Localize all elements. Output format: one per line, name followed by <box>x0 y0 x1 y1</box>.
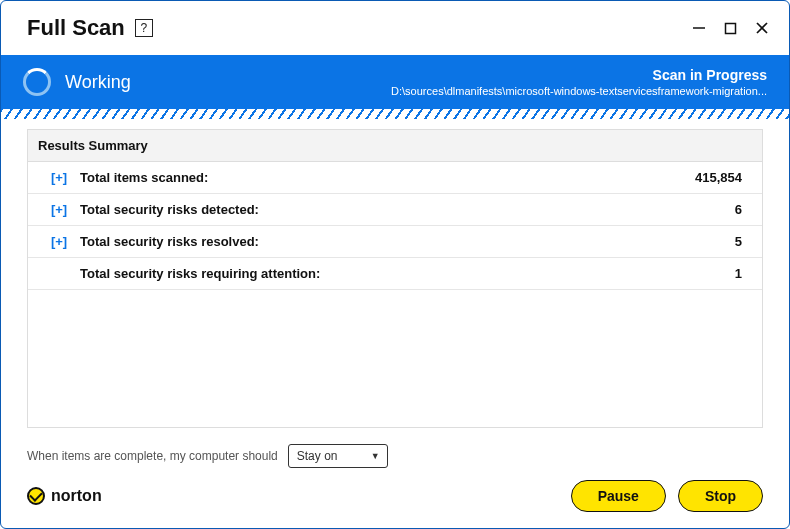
close-button[interactable] <box>755 21 769 35</box>
completion-prompt: When items are complete, my computer sho… <box>27 449 278 463</box>
window-title: Full Scan <box>27 15 125 41</box>
stop-button[interactable]: Stop <box>678 480 763 512</box>
spinner-icon <box>23 68 51 96</box>
status-right: Scan in Progress D:\sources\dlmanifests\… <box>391 67 767 97</box>
completion-select[interactable]: Stay on <box>288 444 388 468</box>
progress-hatching <box>1 109 789 119</box>
table-row: [+] Total security risks detected: 6 <box>28 194 762 226</box>
help-icon[interactable]: ? <box>135 19 153 37</box>
row-label: Total security risks requiring attention… <box>80 266 320 281</box>
title-left: Full Scan ? <box>27 15 153 41</box>
titlebar: Full Scan ? <box>1 1 789 55</box>
actions: Pause Stop <box>571 480 763 512</box>
brand-label: norton <box>51 487 102 505</box>
row-label: Total items scanned: <box>80 170 208 185</box>
window-controls <box>692 21 769 35</box>
results-panel: Results Summary [+] Total items scanned:… <box>27 129 763 428</box>
footer-bottom: norton Pause Stop <box>1 476 789 528</box>
results-header: Results Summary <box>28 130 762 162</box>
row-value: 1 <box>735 266 742 281</box>
norton-check-icon <box>27 487 45 505</box>
expand-toggle[interactable]: [+] <box>38 202 80 217</box>
row-label: Total security risks resolved: <box>80 234 259 249</box>
footer-top: When items are complete, my computer sho… <box>1 428 789 476</box>
minimize-button[interactable] <box>692 21 706 35</box>
table-row: [+] Total items scanned: 415,854 <box>28 162 762 194</box>
expand-toggle[interactable]: [+] <box>38 170 80 185</box>
expand-toggle[interactable]: [+] <box>38 234 80 249</box>
pause-button[interactable]: Pause <box>571 480 666 512</box>
row-value: 5 <box>735 234 742 249</box>
status-text: Working <box>65 72 131 93</box>
scan-progress-label: Scan in Progress <box>391 67 767 83</box>
brand: norton <box>27 487 102 505</box>
row-value: 6 <box>735 202 742 217</box>
status-bar: Working Scan in Progress D:\sources\dlma… <box>1 55 789 109</box>
svg-rect-1 <box>726 23 736 33</box>
row-value: 415,854 <box>695 170 742 185</box>
scan-path: D:\sources\dlmanifests\microsoft-windows… <box>391 85 767 97</box>
table-row: Total security risks requiring attention… <box>28 258 762 290</box>
completion-select-wrap: Stay on ▼ <box>288 444 388 468</box>
table-row: [+] Total security risks resolved: 5 <box>28 226 762 258</box>
status-left: Working <box>23 68 131 96</box>
content: Results Summary [+] Total items scanned:… <box>1 119 789 428</box>
row-label: Total security risks detected: <box>80 202 259 217</box>
maximize-button[interactable] <box>724 22 737 35</box>
